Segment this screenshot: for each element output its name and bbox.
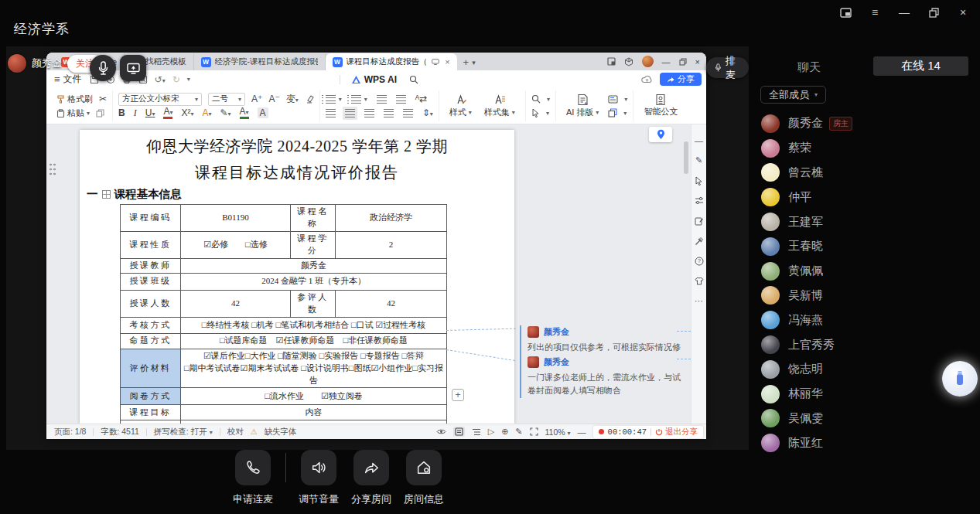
clear-format-icon[interactable] bbox=[305, 95, 314, 104]
cell-value[interactable]: 政治经济学 bbox=[336, 205, 447, 232]
find-icon[interactable] bbox=[531, 94, 541, 104]
font-effect-icon[interactable]: A▾ bbox=[163, 107, 172, 119]
phonetic-guide-icon[interactable]: 变▾ bbox=[286, 93, 299, 106]
table-row[interactable]: 授课教师 颜秀金 bbox=[121, 258, 447, 273]
file-menu[interactable]: 文件 bbox=[63, 73, 82, 86]
comment-author[interactable]: 颜秀金 bbox=[544, 326, 569, 338]
3d-cube-icon[interactable] bbox=[624, 57, 633, 66]
comment-author[interactable]: 颜秀金 bbox=[544, 356, 569, 368]
wps-document-tab[interactable]: W 经济学院-课程目标达成度报告模版.d bbox=[194, 53, 326, 70]
font-color-icon[interactable]: A▾ bbox=[240, 107, 249, 119]
copy-icon[interactable] bbox=[96, 109, 104, 117]
cell-label[interactable]: 授课教师 bbox=[121, 258, 181, 273]
ink-annotate-icon[interactable]: ✎▾ bbox=[220, 107, 231, 118]
pen-mode-icon[interactable]: ✎ bbox=[515, 427, 522, 437]
wps-minimize-icon[interactable]: — bbox=[662, 57, 671, 66]
mic-queue-button[interactable]: 排麦 bbox=[706, 57, 749, 78]
layout-icon[interactable] bbox=[607, 57, 616, 66]
minimize-icon[interactable]: — bbox=[898, 6, 910, 19]
cell-label-highlighted[interactable]: 阅卷方式 bbox=[121, 388, 181, 405]
styles-button[interactable]: 样式▾ bbox=[445, 92, 476, 120]
cell-label-highlighted[interactable]: 评价材料 bbox=[121, 349, 181, 388]
decrease-font-icon[interactable]: A⁻ bbox=[268, 94, 279, 104]
table-row[interactable]: 授课人数 42 参评人数 42 bbox=[121, 290, 447, 317]
tab-list-chevron-icon[interactable]: ▾ bbox=[472, 59, 476, 66]
play-icon[interactable]: ▷ bbox=[488, 427, 494, 437]
table-row[interactable]: 课程性质 ☑必修 □选修 课程学分 2 bbox=[121, 231, 447, 258]
cell-value[interactable]: □流水作业 ☑独立阅卷 bbox=[181, 388, 447, 405]
decrease-indent-icon[interactable] bbox=[377, 95, 387, 104]
wps-restore-icon[interactable] bbox=[679, 58, 687, 66]
outline-view-icon[interactable] bbox=[472, 428, 481, 436]
align-left-icon[interactable] bbox=[326, 109, 336, 117]
member-row[interactable]: 仲平 bbox=[749, 185, 980, 209]
request-mic-button[interactable]: 申请连麦 bbox=[227, 450, 279, 506]
select-arrow-icon[interactable] bbox=[694, 175, 704, 186]
cell-label[interactable]: 课程性质 bbox=[121, 231, 181, 258]
cell-value[interactable]: B01190 bbox=[181, 205, 291, 232]
redo-icon[interactable]: ↻ bbox=[172, 74, 180, 85]
zoom-out-icon[interactable]: — bbox=[578, 427, 586, 437]
cell-label[interactable]: 授课班级 bbox=[121, 273, 181, 290]
cell-label[interactable]: 课程目标 bbox=[121, 405, 181, 420]
font-name-select[interactable]: 方正公文小标宋▾ bbox=[118, 93, 202, 106]
cut-icon[interactable]: ✂ bbox=[99, 94, 107, 104]
more-icon[interactable]: ⋯ bbox=[694, 296, 704, 306]
missing-font-warning[interactable]: 缺失字体 bbox=[265, 427, 297, 437]
toolbar-chevron-icon[interactable]: ▾ bbox=[187, 76, 190, 83]
member-row[interactable]: 王春晓 bbox=[749, 234, 980, 259]
table-row[interactable]: 授课班级 2024 金融学 1 班（专升本） bbox=[121, 273, 447, 290]
close-icon[interactable]: × bbox=[957, 6, 969, 19]
edit-pen-icon[interactable]: ✎ bbox=[694, 155, 704, 165]
search-icon[interactable] bbox=[409, 75, 418, 84]
superscript-icon[interactable]: X²▾ bbox=[181, 107, 193, 118]
cell-label[interactable]: 授课人数 bbox=[121, 290, 181, 317]
floating-mic-widget[interactable] bbox=[942, 361, 978, 397]
member-row[interactable]: 冯海燕 bbox=[749, 308, 980, 332]
wps-ai-menu[interactable]: WPS AI bbox=[351, 74, 397, 85]
wps-account-avatar[interactable] bbox=[642, 56, 654, 67]
collapse-icon[interactable]: — bbox=[694, 135, 704, 145]
wps-document-tab[interactable]: W 课程目标达成度报告（B0119 × bbox=[326, 53, 457, 70]
underline-icon[interactable]: U▾ bbox=[145, 107, 155, 118]
bullet-list-icon[interactable] bbox=[326, 95, 336, 104]
font-size-select[interactable]: 二号▾ bbox=[208, 93, 245, 106]
table-handle-icon[interactable] bbox=[102, 190, 111, 199]
document-page[interactable]: 仰恩大学经济学院 2024-2025 学年第 2 学期 课程目标达成情况评价报告… bbox=[80, 130, 514, 424]
line-spacing-icon[interactable]: ⇕▾ bbox=[422, 107, 433, 118]
undo-icon[interactable]: ↺▾ bbox=[155, 74, 166, 85]
zoom-control[interactable]: 110% ▾ bbox=[545, 427, 571, 437]
smart-doc-button[interactable]: 智能公文 bbox=[639, 92, 682, 119]
member-row[interactable]: 颜秀金 房主 bbox=[749, 111, 980, 136]
microphone-button[interactable] bbox=[90, 55, 116, 81]
member-row[interactable]: 陈亚红 bbox=[749, 431, 980, 455]
table-row[interactable]: 课程编码 B01190 课程名称 政治经济学 bbox=[121, 205, 447, 232]
cell-value[interactable]: □试题库命题 ☑任课教师命题 □非任课教师命题 bbox=[181, 333, 447, 349]
member-row[interactable]: 蔡荣 bbox=[749, 136, 980, 161]
table-add-button[interactable]: + bbox=[452, 389, 464, 401]
cell-value[interactable]: ☑课后作业□大作业 □随堂测验 □实验报告 □专题报告 □答辩 □期中考试试卷☑… bbox=[181, 349, 447, 388]
web-layout-icon[interactable]: ⊕ bbox=[501, 427, 508, 437]
italic-icon[interactable]: I bbox=[134, 107, 137, 119]
mini-window-icon[interactable] bbox=[839, 6, 852, 19]
page-indicator[interactable]: 页面: 1/8 bbox=[54, 427, 86, 437]
distribute-icon[interactable] bbox=[403, 109, 413, 117]
cell-value[interactable]: 2 bbox=[336, 231, 447, 258]
member-row[interactable]: 吴新博 bbox=[749, 284, 980, 308]
course-info-table[interactable]: 课程编码 B01190 课程名称 政治经济学 课程性质 ☑必修 □选修 课程学分… bbox=[120, 204, 447, 424]
notebook-pen-icon[interactable] bbox=[694, 216, 704, 226]
exit-share-button[interactable]: 退出分享 bbox=[655, 427, 698, 437]
wps-close-icon[interactable]: × bbox=[695, 57, 700, 66]
increase-indent-icon[interactable] bbox=[396, 95, 406, 104]
share-button[interactable]: 分享 bbox=[660, 73, 702, 86]
cell-label[interactable]: 课程编码 bbox=[121, 205, 181, 232]
help-icon[interactable]: ? bbox=[694, 256, 704, 266]
cell-label[interactable]: 课程名称 bbox=[291, 205, 336, 232]
cell-value[interactable]: 内容 bbox=[181, 405, 447, 420]
screen-share-button[interactable] bbox=[120, 55, 146, 81]
cell-value[interactable]: 42 bbox=[336, 290, 447, 317]
tab-close-icon[interactable]: × bbox=[445, 57, 449, 66]
layers-icon[interactable] bbox=[608, 108, 617, 117]
member-filter-dropdown[interactable]: 全部成员 ▾ bbox=[760, 86, 826, 104]
increase-font-icon[interactable]: A⁺ bbox=[251, 94, 262, 104]
